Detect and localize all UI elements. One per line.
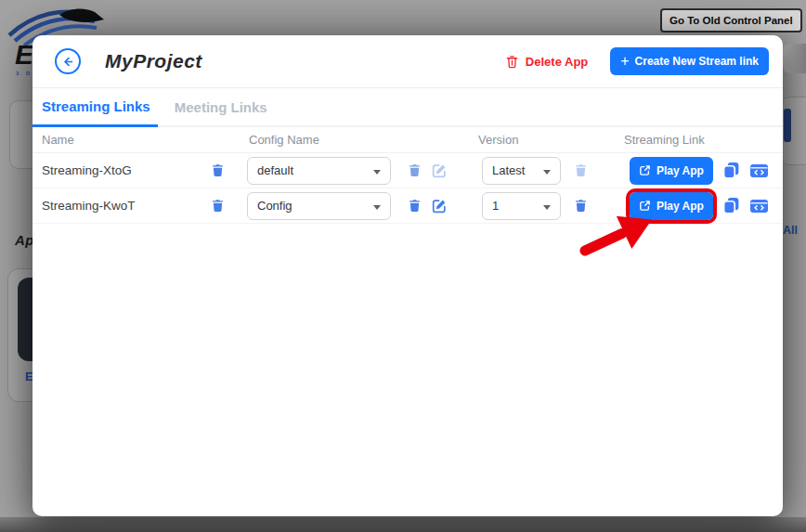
delete-app-button[interactable]: Delete App bbox=[505, 55, 588, 69]
trash-icon bbox=[211, 199, 225, 213]
back-button[interactable] bbox=[55, 48, 81, 74]
delete-config-button[interactable] bbox=[406, 198, 422, 214]
column-header-streaming-link: Streaming Link bbox=[624, 133, 783, 147]
delete-version-button[interactable] bbox=[572, 198, 589, 214]
stream-name: Streaming-XtoG bbox=[42, 163, 209, 177]
trash-icon bbox=[505, 55, 519, 69]
annotation-highlight-box: Play App bbox=[630, 192, 713, 220]
create-new-stream-link-button[interactable]: + Create New Stream link bbox=[610, 47, 769, 75]
delete-config-button[interactable] bbox=[406, 162, 422, 179]
table-row: Streaming-XtoG default Latest Pla bbox=[32, 153, 783, 188]
logo-subtext: 3 D bbox=[16, 71, 32, 76]
edit-icon bbox=[432, 199, 447, 214]
delete-version-button[interactable] bbox=[572, 162, 589, 179]
external-link-icon bbox=[639, 200, 651, 212]
trash-icon bbox=[408, 199, 422, 213]
copy-icon bbox=[722, 197, 740, 214]
version-select-value: Latest bbox=[492, 163, 525, 177]
background-blue-button-partial bbox=[784, 109, 791, 142]
table-header: Name Config Name Version Streaming Link bbox=[32, 127, 783, 153]
copy-link-button[interactable] bbox=[722, 162, 741, 180]
page-footer-band bbox=[0, 517, 806, 532]
header-actions: Delete App + Create New Stream link bbox=[505, 47, 769, 75]
plus-icon: + bbox=[620, 54, 629, 69]
tab-bar: Streaming Links Meeting Links bbox=[32, 88, 783, 127]
view-all-link: All bbox=[783, 224, 798, 237]
go-to-old-control-panel-button: Go To Old Control Panel bbox=[660, 8, 802, 32]
create-button-label: Create New Stream link bbox=[635, 55, 759, 68]
config-select[interactable]: default bbox=[247, 157, 391, 185]
trash-icon bbox=[211, 163, 225, 177]
edit-config-button[interactable] bbox=[431, 198, 448, 214]
modal-header: MyProject Delete App + Create New Stream… bbox=[32, 35, 783, 88]
screen: E 3 D Go To Old Control Panel Apps All E… bbox=[0, 0, 806, 532]
tab-meeting-links[interactable]: Meeting Links bbox=[165, 88, 277, 125]
play-app-button[interactable]: Play App bbox=[630, 192, 713, 220]
edit-config-button[interactable] bbox=[431, 162, 448, 179]
arrow-left-icon bbox=[61, 55, 75, 69]
play-app-label: Play App bbox=[656, 200, 704, 213]
version-select-value: 1 bbox=[492, 199, 499, 213]
delete-stream-button[interactable] bbox=[209, 198, 226, 214]
column-header-name: Name bbox=[42, 133, 249, 147]
tab-streaming-links[interactable]: Streaming Links bbox=[32, 88, 158, 127]
embed-code-icon bbox=[748, 162, 770, 180]
embed-code-button[interactable] bbox=[748, 197, 771, 215]
config-select-value: default bbox=[257, 163, 293, 177]
play-app-button[interactable]: Play App bbox=[630, 157, 713, 185]
logo-text: E bbox=[15, 39, 34, 71]
embed-code-icon bbox=[748, 197, 770, 215]
config-actions bbox=[406, 198, 448, 214]
trash-icon bbox=[574, 199, 588, 213]
config-select-value: Config bbox=[257, 199, 292, 213]
trash-icon bbox=[574, 163, 588, 177]
version-select[interactable]: 1 bbox=[482, 192, 561, 220]
trash-icon bbox=[408, 163, 422, 177]
delete-app-label: Delete App bbox=[526, 55, 588, 69]
page-title: MyProject bbox=[105, 50, 202, 72]
user-menu-partial bbox=[783, 44, 806, 73]
copy-link-button[interactable] bbox=[722, 197, 741, 215]
background-card-right bbox=[780, 97, 806, 165]
config-select[interactable]: Config bbox=[247, 192, 391, 220]
play-app-wrap: Play App bbox=[630, 157, 713, 185]
column-header-version: Version bbox=[478, 133, 624, 147]
stream-name: Streaming-KwoT bbox=[42, 199, 209, 213]
project-modal: MyProject Delete App + Create New Stream… bbox=[32, 35, 783, 516]
embed-code-button[interactable] bbox=[748, 162, 771, 180]
config-actions bbox=[406, 162, 448, 179]
edit-icon bbox=[432, 163, 447, 178]
external-link-icon bbox=[639, 164, 651, 176]
column-header-config-name: Config Name bbox=[249, 133, 478, 147]
delete-stream-button[interactable] bbox=[209, 162, 226, 179]
table-row: Streaming-KwoT Config 1 Play App bbox=[32, 188, 783, 224]
version-select[interactable]: Latest bbox=[482, 157, 561, 185]
play-app-label: Play App bbox=[656, 164, 704, 177]
copy-icon bbox=[722, 162, 740, 179]
